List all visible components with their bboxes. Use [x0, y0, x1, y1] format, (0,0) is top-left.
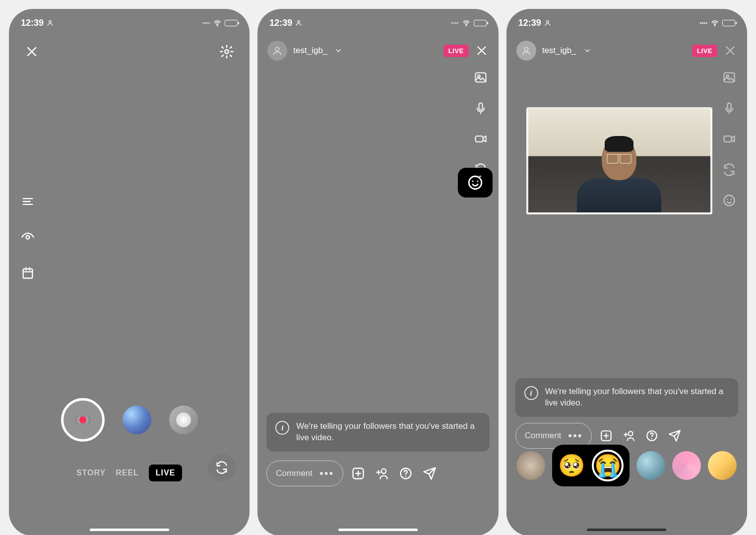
svg-rect-10	[479, 103, 482, 110]
media-button[interactable]	[720, 68, 738, 86]
share-icon[interactable]	[668, 429, 681, 442]
person-icon	[544, 19, 551, 26]
person-icon	[295, 19, 302, 26]
wifi-icon	[462, 18, 471, 27]
wifi-icon	[213, 18, 222, 27]
svg-point-7	[276, 48, 279, 51]
emoji-filter-pleading[interactable]: 🥺	[558, 452, 585, 479]
triptych-container: 12:39 ••••	[5, 5, 751, 535]
effects-smiley-icon	[467, 174, 484, 191]
screen-3-filter-selected: 12:39 •••• test_igb_ LIVE	[506, 9, 747, 535]
mode-story[interactable]: STORY	[76, 468, 106, 477]
battery-icon	[474, 20, 487, 26]
filter-thumb-1[interactable]	[516, 451, 545, 480]
gear-icon	[219, 44, 234, 59]
question-icon[interactable]	[645, 429, 658, 442]
filter-option-1[interactable]	[123, 405, 151, 434]
emoji-filter-crying-selected[interactable]: 😭	[592, 450, 624, 481]
filter-option-2[interactable]	[169, 405, 198, 434]
svg-point-12	[469, 176, 482, 189]
svg-rect-11	[475, 136, 483, 142]
effects-button[interactable]	[720, 192, 738, 209]
close-button[interactable]	[475, 44, 489, 58]
svg-point-16	[546, 20, 549, 23]
svg-point-14	[381, 469, 386, 473]
svg-rect-21	[727, 103, 731, 110]
info-icon: i	[524, 386, 538, 400]
effects-smiley-icon	[722, 194, 736, 207]
flip-camera-button[interactable]	[208, 454, 236, 481]
add-media-icon[interactable]	[351, 467, 365, 480]
add-media-icon[interactable]	[600, 429, 613, 442]
camera-toggle-button[interactable]	[720, 130, 738, 148]
person-icon	[47, 19, 54, 26]
lines-icon	[21, 195, 35, 208]
username-label[interactable]: test_igb_	[542, 46, 576, 56]
media-button[interactable]	[472, 68, 490, 86]
question-icon[interactable]	[399, 467, 413, 480]
status-time: 12:39	[269, 18, 292, 28]
chevron-down-icon[interactable]	[334, 47, 342, 55]
mode-reel[interactable]: REEL	[116, 468, 139, 477]
home-indicator[interactable]	[338, 529, 418, 531]
record-dot-icon	[79, 416, 86, 423]
svg-point-25	[629, 431, 633, 436]
home-indicator[interactable]	[587, 529, 666, 531]
more-options-icon[interactable]: •••	[319, 467, 334, 480]
close-button[interactable]	[23, 43, 41, 61]
more-options-icon[interactable]: •••	[568, 429, 582, 442]
effects-button-highlighted[interactable]	[458, 168, 493, 198]
microphone-button[interactable]	[472, 99, 490, 117]
svg-point-5	[298, 20, 300, 23]
status-time: 12:39	[21, 18, 44, 28]
svg-point-1	[217, 25, 218, 26]
svg-point-2	[225, 50, 229, 54]
close-icon	[724, 44, 737, 57]
visibility-button[interactable]	[19, 228, 37, 246]
status-bar: 12:39 ••••	[506, 9, 747, 33]
screen-1-camera-mode: 12:39 ••••	[9, 9, 250, 535]
settings-button[interactable]	[218, 43, 236, 61]
title-button[interactable]	[19, 193, 37, 210]
video-camera-icon	[722, 132, 736, 146]
svg-point-18	[524, 48, 528, 51]
share-icon[interactable]	[423, 467, 437, 480]
info-text: We're telling your followers that you've…	[545, 386, 729, 409]
filter-preview-frame	[526, 107, 712, 214]
filter-thumb-6[interactable]	[708, 451, 737, 480]
go-live-shutter[interactable]	[61, 398, 105, 442]
person-silhouette	[574, 138, 664, 212]
filter-thumb-4[interactable]	[636, 451, 665, 480]
home-indicator[interactable]	[90, 529, 169, 531]
microphone-icon	[474, 101, 488, 115]
schedule-button[interactable]	[19, 264, 37, 282]
add-guest-icon[interactable]	[623, 429, 635, 442]
close-button[interactable]	[723, 44, 737, 58]
svg-point-3	[26, 236, 30, 239]
selected-filter-group: 🥺 😭	[552, 445, 630, 486]
add-guest-icon[interactable]	[375, 467, 389, 480]
cell-signal-icon: ••••	[202, 20, 210, 26]
switch-camera-button[interactable]	[720, 161, 738, 179]
flip-icon	[215, 461, 229, 474]
chevron-down-icon[interactable]	[583, 47, 591, 55]
image-icon	[722, 70, 736, 84]
filter-thumb-5[interactable]	[672, 451, 701, 480]
microphone-button[interactable]	[720, 99, 738, 117]
filter-carousel[interactable]: 🥺 😭	[506, 445, 747, 486]
comment-placeholder: Comment	[525, 431, 562, 441]
comment-input[interactable]: Comment •••	[266, 461, 343, 486]
svg-rect-4	[23, 269, 33, 278]
username-label[interactable]: test_igb_	[293, 46, 327, 56]
wifi-icon	[710, 18, 719, 27]
svg-point-0	[49, 20, 52, 23]
battery-icon	[225, 20, 238, 26]
user-avatar[interactable]	[267, 41, 287, 61]
calendar-icon	[21, 266, 35, 280]
eye-icon	[21, 230, 35, 244]
status-bar: 12:39 ••••	[257, 9, 498, 33]
status-bar: 12:39 ••••	[9, 9, 250, 33]
camera-toggle-button[interactable]	[472, 130, 490, 148]
mode-live-selected[interactable]: LIVE	[149, 465, 183, 481]
user-avatar[interactable]	[516, 41, 536, 61]
